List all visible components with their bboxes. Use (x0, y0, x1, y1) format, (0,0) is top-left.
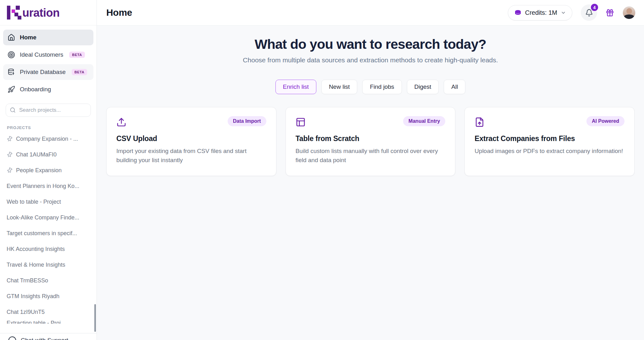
project-label: Event Planners in Hong Ko... (7, 183, 79, 190)
support-label: Chat with Support (21, 337, 68, 340)
sidebar-item-label: Private Database (20, 69, 66, 76)
credits-button[interactable]: Credits: 1M (508, 5, 572, 20)
header-controls: Credits: 1M 4 (508, 4, 636, 21)
project-item[interactable]: GTM Insights Riyadh (0, 288, 97, 304)
card-title: Table from Scratch (296, 134, 446, 143)
card-description: Import your existing data from CSV files… (116, 147, 266, 165)
notification-count-badge: 4 (590, 3, 599, 12)
sidebar: uration Home Ideal Customers BETA Privat… (0, 0, 97, 340)
pin-icon (5, 150, 14, 159)
kuration-logo-icon (7, 5, 21, 20)
project-item[interactable]: Chat TrmBESSo (0, 273, 97, 288)
table-icon (296, 117, 306, 127)
card-title: Extract Companies from Files (475, 134, 625, 143)
project-label: HK Accounting Insights (7, 246, 65, 252)
page-title: Home (106, 7, 132, 18)
sidebar-item-label: Home (20, 34, 36, 41)
project-label: Chat TrmBESSo (7, 277, 48, 284)
main-content: What do you want to research today? Choo… (97, 26, 644, 340)
home-icon (8, 34, 15, 41)
hero: What do you want to research today? Choo… (97, 37, 644, 64)
card-extract-companies[interactable]: AI Powered Extract Companies from Files … (464, 107, 635, 176)
card-badge: Data Import (228, 116, 266, 126)
sidebar-item-private-database[interactable]: Private Database BETA (3, 64, 93, 80)
sidebar-scrollbar[interactable] (94, 304, 96, 332)
gift-icon[interactable] (606, 8, 614, 17)
project-item[interactable]: Target customers in specif... (0, 225, 97, 241)
project-item[interactable]: Event Planners in Hong Ko... (0, 178, 97, 194)
search-icon (10, 107, 16, 113)
search-input[interactable] (6, 104, 91, 117)
project-label: Chat 1AUMaFI0 (16, 151, 57, 158)
project-label: Target customers in specif... (7, 230, 77, 237)
project-item[interactable]: Chat 1zI9UnT5 (0, 304, 97, 320)
project-label: Web to table - Project (7, 199, 61, 205)
chevron-down-icon (561, 10, 566, 15)
sidebar-item-onboarding[interactable]: Onboarding (3, 82, 93, 97)
chat-with-support-button[interactable]: Chat with Support (0, 333, 97, 340)
tab-new-list[interactable]: New list (321, 80, 358, 94)
card-description: Upload images or PDFs to extract company… (475, 147, 625, 156)
project-search (6, 104, 91, 117)
card-description: Build custom lists manually with full co… (296, 147, 446, 165)
content-area: Home Credits: 1M 4 What do you want to r… (97, 0, 644, 340)
projects-section-label: PROJECTS (7, 125, 97, 130)
logo-text: uration (22, 7, 60, 19)
project-item-partial[interactable]: Extraction table - Proj... (0, 320, 97, 324)
sidebar-item-label: Onboarding (20, 86, 51, 93)
project-item[interactable]: Web to table - Project (0, 194, 97, 210)
pin-icon (5, 135, 14, 143)
logo[interactable]: uration (0, 0, 97, 26)
sidebar-nav: Home Ideal Customers BETA Private Databa… (0, 26, 97, 99)
project-label: GTM Insights Riyadh (7, 293, 59, 300)
credits-label: Credits: 1M (525, 9, 557, 16)
upload-icon (116, 117, 126, 127)
card-table-from-scratch[interactable]: Manual Entry Table from Scratch Build cu… (286, 107, 456, 176)
project-label: People Expansion (16, 167, 62, 174)
project-item-pinned[interactable]: People Expansion (0, 162, 97, 178)
project-item-pinned[interactable]: Chat 1AUMaFI0 (0, 147, 97, 162)
sidebar-item-label: Ideal Customers (20, 51, 63, 58)
tab-all[interactable]: All (444, 80, 465, 94)
card-csv-upload[interactable]: Data Import CSV Upload Import your exist… (106, 107, 276, 176)
project-label: Travel & Home Insights (7, 262, 65, 268)
hero-heading: What do you want to research today? (97, 37, 644, 52)
pin-icon (5, 166, 14, 174)
sidebar-item-ideal-customers[interactable]: Ideal Customers BETA (3, 47, 93, 63)
coin-icon (514, 9, 522, 16)
project-label: Extraction table - Proj... (7, 320, 65, 324)
top-bar: Home Credits: 1M 4 (97, 0, 644, 26)
file-upload-icon (475, 117, 485, 127)
tab-enrich-list[interactable]: Enrich list (275, 80, 316, 94)
option-cards: Data Import CSV Upload Import your exist… (106, 107, 635, 176)
project-item[interactable]: HK Accounting Insights (0, 241, 97, 257)
beta-badge: BETA (69, 52, 85, 58)
project-label: Chat 1zI9UnT5 (7, 309, 45, 315)
card-badge: Manual Entry (403, 116, 445, 126)
project-item-pinned[interactable]: Company Expansion - ... (0, 131, 97, 147)
rocket-icon (8, 86, 15, 93)
notifications-button[interactable]: 4 (581, 4, 597, 21)
projects-list: Company Expansion - ... Chat 1AUMaFI0 Pe… (0, 131, 97, 340)
project-item[interactable]: Travel & Home Insights (0, 257, 97, 273)
card-badge: AI Powered (586, 116, 625, 126)
sidebar-item-home[interactable]: Home (3, 30, 93, 45)
project-label: Look-Alike Company Finde... (7, 214, 79, 221)
card-title: CSV Upload (116, 134, 266, 143)
tab-find-jobs[interactable]: Find jobs (362, 80, 402, 94)
chat-bubble-icon (8, 336, 17, 340)
project-label: Company Expansion - ... (16, 136, 78, 142)
beta-badge: BETA (72, 69, 87, 75)
filter-tabs: Enrich list New list Find jobs Digest Al… (97, 80, 644, 94)
hero-subheading: Choose from multiple data sources and ex… (97, 56, 644, 64)
tab-digest[interactable]: Digest (407, 80, 439, 94)
user-avatar[interactable] (623, 6, 636, 19)
target-icon (8, 51, 15, 59)
project-item[interactable]: Look-Alike Company Finde... (0, 210, 97, 225)
database-zap-icon (8, 68, 15, 76)
